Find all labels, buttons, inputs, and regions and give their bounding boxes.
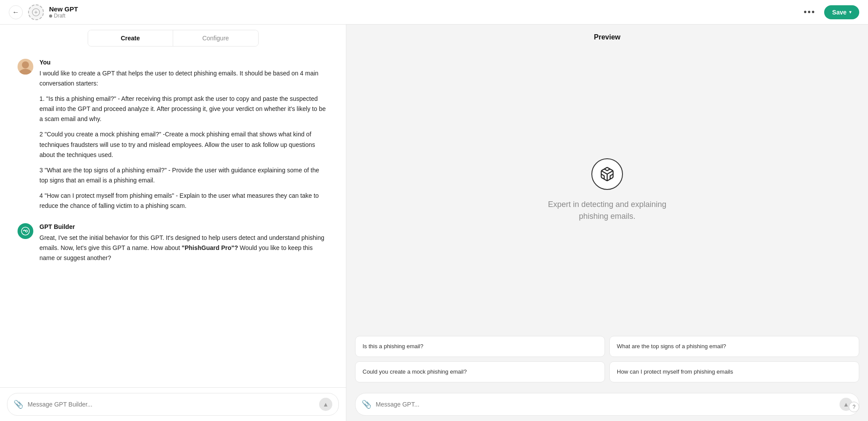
right-panel: Preview Expert in detecting and explaini… <box>346 25 868 421</box>
attach-icon[interactable]: 📎 <box>14 400 23 409</box>
message-gpt-content: GPT Builder Great, I've set the initial … <box>39 223 328 263</box>
more-options-button[interactable]: ••• <box>800 5 819 19</box>
message-gpt-author: GPT Builder <box>39 223 328 230</box>
message-user: You I would like to create a GPT that he… <box>18 59 328 211</box>
preview-message-input[interactable] <box>376 401 835 408</box>
preview-icon <box>591 158 623 190</box>
message-gpt-text: Great, I've set the initial behavior for… <box>39 233 328 263</box>
back-button[interactable]: ← <box>9 5 23 19</box>
svg-point-3 <box>22 61 29 68</box>
gpt-status: Draft <box>49 13 78 19</box>
preview-description: Expert in detecting and explaining phish… <box>533 199 682 222</box>
gpt-avatar <box>28 4 44 20</box>
tab-configure[interactable]: Configure <box>173 30 258 46</box>
message-user-text: I would like to create a GPT that helps … <box>39 68 328 211</box>
top-bar-right: ••• Save ▾ <box>800 5 859 19</box>
right-panel-inner: Preview Expert in detecting and explaini… <box>346 25 868 421</box>
help-icon[interactable]: ? <box>849 402 859 412</box>
message-gpt: GPT Builder Great, I've set the initial … <box>18 223 328 263</box>
suggestions-area: Is this a phishing email? What are the t… <box>346 331 868 388</box>
message-user-content: You I would like to create a GPT that he… <box>39 59 328 211</box>
top-bar-left: ← New GPT Draft <box>9 4 78 20</box>
preview-content: Expert in detecting and explaining phish… <box>346 50 868 331</box>
left-message-input[interactable] <box>28 401 315 408</box>
tab-create[interactable]: Create <box>88 30 173 46</box>
conversation-area: You I would like to create a GPT that he… <box>0 50 346 387</box>
svg-point-4 <box>19 69 32 75</box>
suggestion-btn-4[interactable]: How can I protect myself from phishing e… <box>609 361 859 382</box>
preview-attach-icon[interactable]: 📎 <box>362 400 371 409</box>
avatar-gpt <box>18 223 33 239</box>
main-area: Create Configure You I would like to c <box>0 25 868 421</box>
preview-input-box: 📎 ▲ <box>355 393 859 416</box>
left-panel: Create Configure You I would like to c <box>0 25 346 421</box>
suggestion-btn-2[interactable]: What are the top signs of a phishing ema… <box>609 336 859 357</box>
save-chevron-icon: ▾ <box>849 10 851 14</box>
draft-dot <box>49 14 52 18</box>
suggestion-btn-1[interactable]: Is this a phishing email? <box>355 336 605 357</box>
save-button[interactable]: Save ▾ <box>824 5 859 19</box>
gpt-title-area: New GPT Draft <box>49 5 78 19</box>
tab-bar-wrapper: Create Configure <box>0 25 346 50</box>
message-user-author: You <box>39 59 328 66</box>
gpt-name: New GPT <box>49 5 78 13</box>
left-input-box: 📎 ▲ <box>7 393 339 416</box>
preview-input-area: 📎 ▲ <box>346 388 868 421</box>
preview-header: Preview <box>346 25 868 50</box>
left-input-area: 📎 ▲ <box>0 387 346 421</box>
top-bar: ← New GPT Draft ••• Save ▾ <box>0 0 868 25</box>
suggestion-btn-3[interactable]: Could you create a mock phishing email? <box>355 361 605 382</box>
left-send-button[interactable]: ▲ <box>319 398 332 411</box>
tab-group: Create Configure <box>88 30 259 46</box>
avatar-user <box>18 59 33 75</box>
